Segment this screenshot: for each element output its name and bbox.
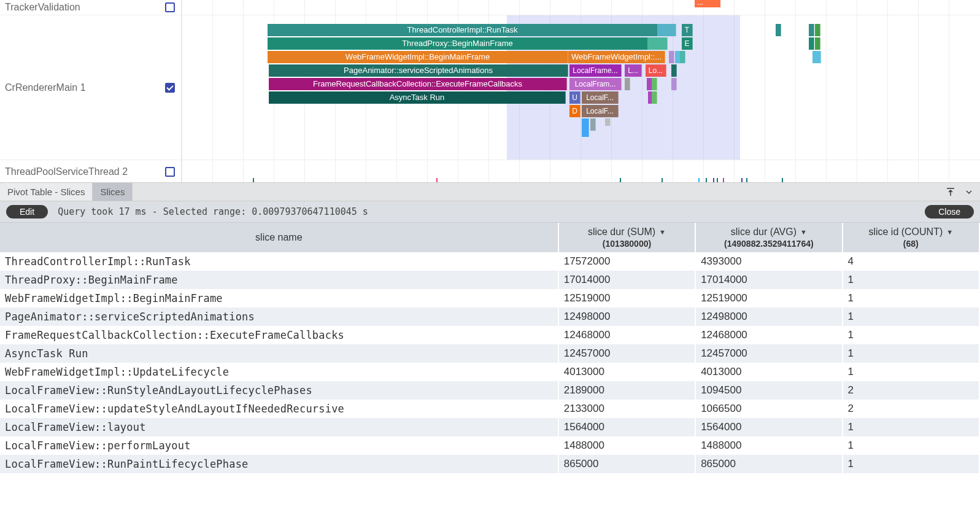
- slice-extra[interactable]: [815, 24, 820, 36]
- col-header-slice-name[interactable]: slice name: [0, 223, 558, 252]
- trace-chip[interactable]: ...: [695, 0, 720, 7]
- track-name: ThreadPoolServiceThread 2: [5, 166, 128, 177]
- table-row[interactable]: LocalFrameView::updateStyleAndLayoutIfNe…: [0, 400, 979, 418]
- slice-localf-a[interactable]: LocalF...: [582, 91, 619, 104]
- track-body[interactable]: [182, 160, 980, 183]
- slice-localframeview-c[interactable]: Lo...: [646, 64, 666, 77]
- track-checkbox[interactable]: [165, 167, 175, 177]
- slice-extra[interactable]: [669, 51, 674, 63]
- slice-extra[interactable]: [652, 78, 657, 90]
- slice-extra[interactable]: [605, 118, 611, 126]
- slice-extra[interactable]: [812, 51, 821, 63]
- cell-slice-dur-avg: 12498000: [695, 307, 842, 326]
- slice-extra[interactable]: [625, 78, 630, 90]
- slice-unknown[interactable]: [658, 24, 676, 36]
- tabs: Pivot Table - Slices Slices: [0, 183, 133, 201]
- table-row[interactable]: ThreadProxy::BeginMainFrame1701400017014…: [0, 271, 979, 289]
- cell-slice-name: LocalFrameView::layout: [0, 418, 558, 436]
- cell-slice-dur-avg: 1488000: [695, 436, 842, 455]
- tick: [662, 178, 663, 183]
- header-subtotal: (68): [848, 239, 974, 249]
- tick: [436, 178, 438, 183]
- slices-table-wrap[interactable]: slice name slice dur (SUM) ▼ (101380000)…: [0, 223, 980, 526]
- tick: [741, 178, 743, 183]
- cell-slice-dur-sum: 865000: [558, 455, 695, 473]
- tick: [698, 178, 700, 183]
- edit-button[interactable]: Edit: [6, 205, 48, 219]
- cell-slice-name: PageAnimator::serviceScriptedAnimations: [0, 307, 558, 326]
- slice-u[interactable]: U: [569, 91, 581, 104]
- col-header-slice-dur-avg[interactable]: slice dur (AVG) ▼ (1490882.3529411764): [695, 223, 842, 252]
- table-row[interactable]: PageAnimator::serviceScriptedAnimations1…: [0, 307, 979, 326]
- slice-extra[interactable]: [776, 24, 781, 36]
- move-up-icon[interactable]: [944, 186, 957, 198]
- track-checkbox[interactable]: [165, 83, 175, 93]
- track-body[interactable]: ...: [182, 0, 980, 15]
- cell-slice-id-count: 1: [843, 307, 979, 326]
- cell-slice-name: ThreadProxy::BeginMainFrame: [0, 271, 558, 289]
- cell-slice-id-count: 1: [843, 363, 979, 381]
- header-label: slice dur (AVG): [731, 226, 797, 238]
- track-body[interactable]: ThreadControllerImpl::RunTask T ThreadPr…: [182, 15, 980, 160]
- slice-extra[interactable]: [582, 118, 589, 137]
- table-row[interactable]: WebFrameWidgetImpl::UpdateLifecycle40130…: [0, 363, 979, 381]
- slice-localframeview-b[interactable]: L...: [625, 64, 642, 77]
- slice-unknown[interactable]: [648, 37, 668, 50]
- slice-d[interactable]: D: [569, 105, 581, 117]
- table-row[interactable]: LocalFrameView::performLayout14880001488…: [0, 436, 979, 455]
- slice-webframewidget-updatelifecycle[interactable]: WebFrameWidgetImpl::...: [568, 51, 665, 63]
- table-row[interactable]: AsyncTask Run12457000124570001: [0, 344, 979, 363]
- slice-e[interactable]: E: [682, 37, 693, 50]
- cell-slice-id-count: 1: [843, 271, 979, 289]
- slice-extra[interactable]: [815, 37, 820, 50]
- timeline-panel: TrackerValidation ... CrRendererMain 1 T…: [0, 0, 980, 183]
- slice-threadproxy-beginmainframe[interactable]: ThreadProxy::BeginMainFrame: [268, 37, 648, 50]
- cell-slice-name: LocalFrameView::RunStyleAndLayoutLifecyc…: [0, 381, 558, 400]
- tick: [253, 178, 254, 183]
- cell-slice-name: LocalFrameView::performLayout: [0, 436, 558, 455]
- slice-threadcontroller-runtask[interactable]: ThreadControllerImpl::RunTask: [268, 24, 658, 36]
- cell-slice-id-count: 4: [843, 252, 979, 271]
- col-header-slice-dur-sum[interactable]: slice dur (SUM) ▼ (101380000): [558, 223, 695, 252]
- chevron-down-icon[interactable]: [963, 186, 975, 198]
- track-label: ThreadPoolServiceThread 2: [0, 160, 182, 183]
- slice-framerequestcallback[interactable]: FrameRequestCallbackCollection::ExecuteF…: [269, 78, 567, 90]
- col-header-slice-id-count[interactable]: slice id (COUNT) ▼ (68): [843, 223, 979, 252]
- slice-localframeview-d[interactable]: LocalFram...: [569, 78, 622, 90]
- query-status-text: Query took 17 ms - Selected range: 0.009…: [58, 206, 368, 217]
- cell-slice-id-count: 2: [843, 381, 979, 400]
- cell-slice-dur-sum: 12468000: [558, 326, 695, 344]
- tick: [746, 178, 747, 183]
- track-checkbox[interactable]: [165, 2, 175, 12]
- tab-pivot-table[interactable]: Pivot Table - Slices: [0, 183, 93, 201]
- slice-extra[interactable]: [809, 24, 814, 36]
- cell-slice-dur-sum: 2133000: [558, 400, 695, 418]
- header-label: slice dur (SUM): [588, 226, 655, 238]
- table-row[interactable]: ThreadControllerImpl::RunTask17572000439…: [0, 252, 979, 271]
- slice-t[interactable]: T: [682, 24, 693, 36]
- tab-slices[interactable]: Slices: [93, 183, 133, 201]
- cell-slice-id-count: 1: [843, 289, 979, 307]
- cell-slice-dur-sum: 12519000: [558, 289, 695, 307]
- slice-extra[interactable]: [652, 91, 657, 104]
- slice-extra[interactable]: [671, 78, 677, 90]
- slice-asynctask-run[interactable]: AsyncTask Run: [269, 91, 566, 104]
- table-row[interactable]: LocalFrameView::layout156400015640001: [0, 418, 979, 436]
- slice-webframewidget-beginmainframe[interactable]: WebFrameWidgetImpl::BeginMainFrame: [268, 51, 568, 63]
- table-row[interactable]: LocalFrameView::RunPaintLifecyclePhase86…: [0, 455, 979, 473]
- slice-localf-b[interactable]: LocalF...: [582, 105, 619, 117]
- cell-slice-name: ThreadControllerImpl::RunTask: [0, 252, 558, 271]
- close-button[interactable]: Close: [925, 205, 974, 219]
- slice-extra[interactable]: [671, 64, 677, 77]
- table-row[interactable]: FrameRequestCallbackCollection::ExecuteF…: [0, 326, 979, 344]
- tick: [620, 178, 621, 183]
- table-row[interactable]: WebFrameWidgetImpl::BeginMainFrame125190…: [0, 289, 979, 307]
- slice-extra[interactable]: [809, 37, 814, 50]
- cell-slice-dur-sum: 4013000: [558, 363, 695, 381]
- slice-pageanimator[interactable]: PageAnimator::serviceScriptedAnimations: [269, 64, 568, 77]
- cell-slice-dur-sum: 1564000: [558, 418, 695, 436]
- slice-localframeview-a[interactable]: LocalFrame...: [569, 64, 622, 77]
- table-row[interactable]: LocalFrameView::RunStyleAndLayoutLifecyc…: [0, 381, 979, 400]
- slice-extra[interactable]: [590, 118, 596, 131]
- slice-extra[interactable]: [680, 51, 685, 63]
